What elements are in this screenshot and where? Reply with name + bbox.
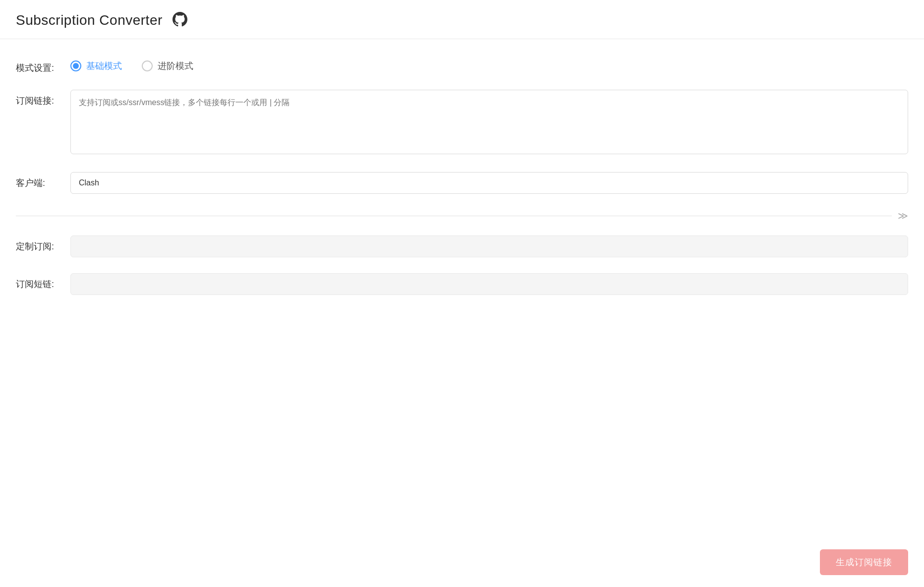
custom-subscription-input[interactable] <box>70 235 908 257</box>
footer-bar: 生成订阅链接 <box>804 537 924 587</box>
client-input[interactable] <box>70 172 908 194</box>
mode-label: 模式设置: <box>16 57 70 74</box>
subscription-url-row: 订阅链接: <box>16 90 908 156</box>
mode-setting-row: 模式设置: 基础模式 进阶模式 <box>16 57 908 74</box>
app-title: Subscription Converter <box>16 12 163 28</box>
advanced-mode-option[interactable]: 进阶模式 <box>142 60 193 72</box>
advanced-mode-radio[interactable] <box>142 60 153 71</box>
client-label: 客户端: <box>16 172 70 189</box>
short-link-row: 订阅短链: <box>16 273 908 295</box>
github-icon[interactable] <box>173 12 187 29</box>
client-control <box>70 172 908 194</box>
short-link-control <box>70 273 908 295</box>
divider-row: ≫ <box>16 210 908 222</box>
advanced-mode-label: 进阶模式 <box>158 60 193 72</box>
expand-icon[interactable]: ≫ <box>898 210 908 222</box>
short-link-label: 订阅短链: <box>16 273 70 290</box>
basic-mode-option[interactable]: 基础模式 <box>70 60 122 72</box>
custom-subscription-control <box>70 235 908 257</box>
divider-line <box>16 216 892 216</box>
subscription-url-control <box>70 90 908 156</box>
generate-button[interactable]: 生成订阅链接 <box>820 549 908 575</box>
basic-mode-radio[interactable] <box>70 60 81 71</box>
client-row: 客户端: <box>16 172 908 194</box>
short-link-input[interactable] <box>70 273 908 295</box>
custom-subscription-label: 定制订阅: <box>16 235 70 252</box>
custom-subscription-row: 定制订阅: <box>16 235 908 257</box>
main-content: 模式设置: 基础模式 进阶模式 订阅链接: 客户端: ≫ <box>0 39 924 331</box>
basic-mode-label: 基础模式 <box>86 60 122 72</box>
app-header: Subscription Converter <box>0 0 924 39</box>
subscription-url-label: 订阅链接: <box>16 90 70 107</box>
subscription-url-input[interactable] <box>70 90 908 154</box>
mode-selector: 基础模式 进阶模式 <box>70 57 908 72</box>
